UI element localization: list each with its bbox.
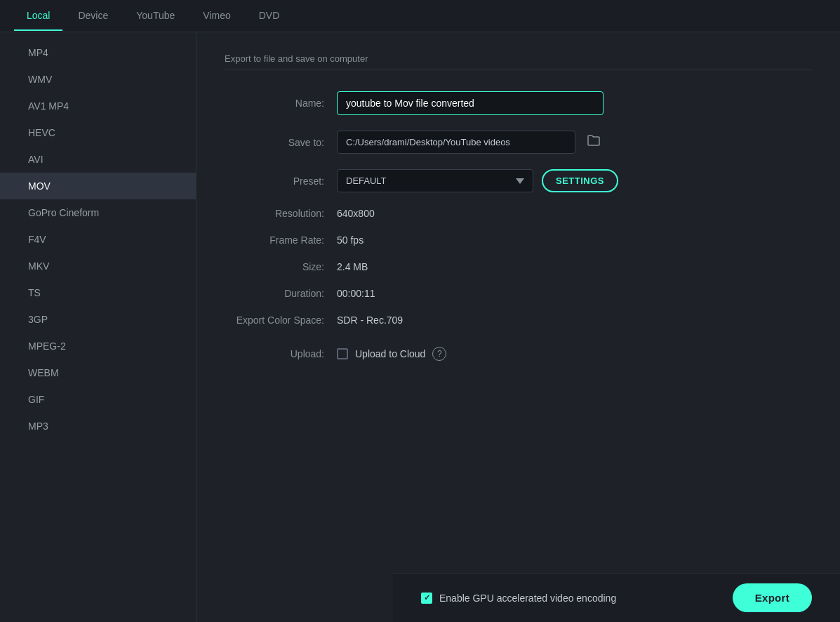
upload-container: Upload to Cloud ? (337, 347, 446, 361)
sidebar-item-mpeg2[interactable]: MPEG-2 (0, 333, 196, 359)
framerate-label: Frame Rate: (225, 234, 337, 246)
content-area: Export to file and save on computer Name… (196, 32, 840, 622)
framerate-value: 50 fps (337, 234, 364, 246)
saveto-container (337, 131, 605, 154)
colorspace-value: SDR - Rec.709 (337, 315, 403, 326)
tab-local[interactable]: Local (14, 1, 62, 31)
preset-container: DEFAULT High Quality Medium Quality Low … (337, 169, 618, 192)
preset-row: Preset: DEFAULT High Quality Medium Qual… (225, 169, 812, 192)
size-row: Size: 2.4 MB (225, 261, 812, 272)
sidebar-item-avi[interactable]: AVI (0, 146, 196, 173)
duration-row: Duration: 00:00:11 (225, 288, 812, 299)
saveto-row: Save to: (225, 131, 812, 154)
sidebar-item-mp4[interactable]: MP4 (0, 39, 196, 66)
name-input[interactable] (337, 91, 604, 115)
settings-button[interactable]: SETTINGS (542, 169, 618, 192)
sidebar-item-gif[interactable]: GIF (0, 386, 196, 413)
size-label: Size: (225, 261, 337, 272)
colorspace-label: Export Color Space: (225, 315, 337, 326)
browse-folder-button[interactable] (582, 131, 605, 153)
upload-label: Upload: (225, 348, 337, 359)
tab-device[interactable]: Device (65, 1, 121, 31)
resolution-label: Resolution: (225, 208, 337, 219)
sidebar: MP4 WMV AV1 MP4 HEVC AVI MOV GoPro Cinef… (0, 32, 196, 622)
top-nav: Local Device YouTube Vimeo DVD (0, 0, 840, 32)
preset-select[interactable]: DEFAULT High Quality Medium Quality Low … (337, 169, 533, 192)
size-value: 2.4 MB (337, 261, 368, 272)
tab-youtube[interactable]: YouTube (124, 1, 187, 31)
sidebar-item-mp3[interactable]: MP3 (0, 413, 196, 439)
export-button[interactable]: Export (733, 583, 812, 612)
main-layout: MP4 WMV AV1 MP4 HEVC AVI MOV GoPro Cinef… (0, 32, 840, 622)
upload-cloud-label: Upload to Cloud (355, 348, 425, 359)
section-title: Export to file and save on computer (225, 53, 812, 70)
help-icon[interactable]: ? (432, 347, 446, 361)
gpu-label: Enable GPU accelerated video encoding (439, 593, 616, 604)
sidebar-item-f4v[interactable]: F4V (0, 226, 196, 253)
gpu-checkbox[interactable] (421, 593, 432, 604)
resolution-row: Resolution: 640x800 (225, 208, 812, 219)
tab-vimeo[interactable]: Vimeo (190, 1, 243, 31)
saveto-label: Save to: (225, 137, 337, 148)
sidebar-item-gopro[interactable]: GoPro Cineform (0, 199, 196, 226)
duration-label: Duration: (225, 288, 337, 299)
resolution-value: 640x800 (337, 208, 375, 219)
framerate-row: Frame Rate: 50 fps (225, 234, 812, 246)
upload-cloud-checkbox[interactable] (337, 348, 348, 359)
sidebar-item-av1mp4[interactable]: AV1 MP4 (0, 93, 196, 119)
duration-value: 00:00:11 (337, 288, 375, 299)
preset-label: Preset: (225, 176, 337, 187)
colorspace-row: Export Color Space: SDR - Rec.709 (225, 315, 812, 326)
name-row: Name: (225, 91, 812, 115)
sidebar-item-wmv[interactable]: WMV (0, 66, 196, 93)
upload-row: Upload: Upload to Cloud ? (225, 347, 812, 361)
tab-dvd[interactable]: DVD (246, 1, 293, 31)
sidebar-item-webm[interactable]: WEBM (0, 359, 196, 386)
sidebar-item-mkv[interactable]: MKV (0, 253, 196, 279)
sidebar-item-mov[interactable]: MOV (0, 173, 196, 199)
sidebar-item-hevc[interactable]: HEVC (0, 119, 196, 146)
sidebar-item-3gp[interactable]: 3GP (0, 306, 196, 333)
gpu-row: Enable GPU accelerated video encoding (421, 593, 616, 604)
sidebar-item-ts[interactable]: TS (0, 279, 196, 306)
name-label: Name: (225, 98, 337, 109)
saveto-input[interactable] (337, 131, 575, 154)
bottom-bar: Enable GPU accelerated video encoding Ex… (393, 573, 840, 622)
